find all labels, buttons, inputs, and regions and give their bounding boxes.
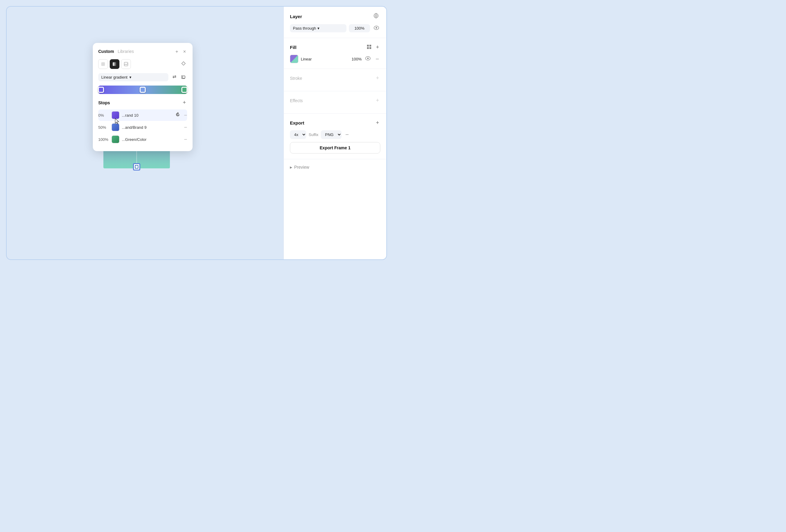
right-panel: Layer Pass through ▾ (283, 7, 386, 260)
stop-handle-mid[interactable] (140, 87, 146, 93)
stops-header: Stops + (98, 99, 187, 107)
layer-title: Layer (290, 14, 302, 19)
remove-fill-button[interactable]: − (374, 55, 380, 63)
preview-row[interactable]: ▶ Preview (290, 165, 380, 169)
refresh-icon (175, 112, 180, 117)
opacity-mode-button[interactable] (180, 61, 187, 68)
fill-header: Fill + (290, 44, 380, 51)
svg-rect-10 (367, 45, 369, 47)
copy-icon (181, 74, 186, 79)
remove-export-button[interactable]: − (344, 131, 350, 138)
plus-icon-stroke: + (376, 75, 379, 81)
gradient-icon (113, 62, 117, 66)
preview-section: ▶ Preview (284, 159, 386, 175)
stroke-section: Stroke + (284, 69, 386, 91)
blend-mode-select[interactable]: Pass through ▾ (290, 24, 346, 32)
remove-stop-2-button[interactable]: − (184, 137, 187, 142)
remove-stop-1-button[interactable]: − (184, 124, 187, 130)
gradient-type-select[interactable]: Linear gradient ▾ (98, 73, 168, 81)
chevron-down-icon-blend: ▾ (318, 26, 320, 30)
stop-name-1: ...and/Brand 9 (122, 125, 181, 130)
gradient-bar[interactable] (98, 86, 187, 94)
gradient-actions (171, 74, 187, 81)
image-mode-button[interactable] (121, 59, 131, 69)
stroke-title: Stroke (290, 76, 302, 81)
svg-point-15 (367, 58, 369, 59)
visibility-button[interactable] (372, 25, 380, 32)
fill-section: Fill + Li (284, 38, 386, 69)
image-icon (124, 62, 128, 66)
main-frame: Custom Libraries + × (6, 6, 387, 260)
add-stop-button[interactable]: + (181, 99, 187, 107)
stop-pct-2: 100% (98, 137, 109, 142)
add-stroke-button[interactable]: + (374, 74, 380, 82)
copy-gradient-button[interactable] (180, 74, 187, 81)
plus-icon-effects: + (376, 97, 379, 103)
eye-icon (374, 26, 379, 30)
remove-stop-0-button[interactable]: − (184, 112, 187, 118)
add-effect-button[interactable]: + (374, 97, 380, 104)
fill-swatch[interactable] (290, 55, 298, 63)
popup-tab-group: Custom Libraries (98, 49, 134, 54)
add-swatch-button[interactable]: + (174, 48, 179, 55)
fill-row: Linear 100% − (290, 55, 380, 63)
plus-icon-fill: + (376, 44, 379, 50)
svg-rect-13 (369, 47, 371, 49)
export-title: Export (290, 120, 304, 125)
solid-mode-button[interactable] (98, 59, 108, 69)
minus-icon-fill: − (375, 55, 379, 62)
fill-title: Fill (290, 45, 297, 50)
export-scale-select[interactable]: 4x (290, 130, 306, 139)
gradient-mode-button[interactable] (110, 59, 119, 69)
close-popup-button[interactable]: × (182, 48, 187, 55)
refresh-stop-0-button[interactable] (174, 112, 181, 119)
diamond-icon (181, 61, 186, 66)
gradient-type-label: Linear gradient (101, 75, 128, 79)
gradient-bar-container[interactable] (98, 86, 187, 94)
layer-settings-button[interactable] (372, 12, 380, 21)
fill-header-actions: + (366, 44, 380, 51)
stop-row-1[interactable]: 50% ...and/Brand 9 − (98, 121, 187, 133)
stop-handle-left[interactable] (98, 87, 104, 93)
fill-grid-button[interactable] (366, 44, 373, 51)
blend-mode-label: Pass through (293, 26, 316, 30)
layer-row: Pass through ▾ (290, 24, 380, 32)
chevron-right-icon: ▶ (290, 166, 292, 169)
opacity-input[interactable] (349, 24, 370, 32)
effects-header: Effects + (290, 97, 380, 104)
svg-point-4 (374, 14, 378, 18)
stop-name-0: ...rand 10 (122, 113, 172, 118)
tab-custom[interactable]: Custom (98, 49, 114, 54)
tab-libraries[interactable]: Libraries (118, 49, 134, 54)
layer-section: Layer Pass through ▾ (284, 7, 386, 38)
add-export-button[interactable]: + (374, 119, 380, 126)
add-fill-button[interactable]: + (374, 44, 380, 51)
stop-row-2[interactable]: 100% ...Green/Color − (98, 134, 187, 145)
layer-header: Layer (290, 12, 380, 21)
gradient-popup: Custom Libraries + × (93, 43, 192, 151)
svg-rect-11 (369, 45, 371, 47)
svg-rect-0 (101, 62, 105, 66)
target-icon (373, 13, 379, 19)
stop-swatch-0[interactable] (112, 111, 119, 119)
gradient-type-row: Linear gradient ▾ (98, 73, 187, 81)
export-header: Export + (290, 119, 380, 126)
export-format-select[interactable]: PNG (321, 130, 342, 139)
swap-gradient-button[interactable] (171, 74, 178, 81)
stop-name-2: ...Green/Color (122, 137, 181, 142)
suffix-label: Suffix (309, 132, 318, 137)
stop-swatch-2[interactable] (112, 135, 119, 143)
color-mode-buttons (98, 59, 187, 69)
gradient-handle-circle-bot[interactable] (135, 165, 138, 169)
solid-icon (101, 62, 105, 66)
stop-pct-1: 50% (98, 125, 109, 130)
export-frame-button[interactable]: Export Frame 1 (290, 142, 380, 154)
fill-type-label: Linear (301, 57, 349, 61)
stop-row-0[interactable]: 0% ...rand 10 − (98, 110, 187, 121)
stop-handle-right[interactable] (181, 87, 187, 93)
stroke-header: Stroke + (290, 74, 380, 82)
stop-swatch-1[interactable] (112, 123, 119, 131)
svg-point-5 (375, 15, 377, 17)
fill-visibility-button[interactable] (364, 55, 372, 62)
export-settings-row: 4x Suffix PNG − (290, 130, 380, 139)
